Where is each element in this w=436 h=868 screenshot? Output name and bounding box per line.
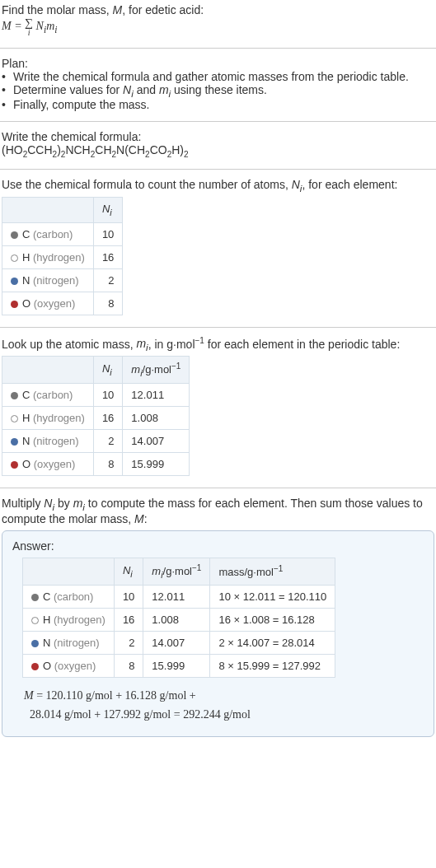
nitrogen-dot-icon: [11, 438, 18, 446]
table-row: C (carbon) 10: [2, 222, 123, 245]
answer-table: Ni mi/g·mol−1 mass/g·mol−1 C (carbon) 10…: [22, 558, 335, 678]
plan-item: •Determine values for Ni and mi using th…: [2, 83, 434, 99]
nitrogen-dot-icon: [11, 278, 18, 285]
plan-item: •Write the chemical formula and gather a…: [2, 70, 434, 83]
col-element: [23, 558, 115, 585]
plan-item: •Finally, compute the mass.: [2, 98, 434, 111]
nitrogen-dot-icon: [31, 640, 39, 647]
oxygen-dot-icon: [31, 663, 39, 670]
table-row: N (nitrogen) 2 14.007: [2, 429, 190, 452]
chem-formula-heading: Write the chemical formula:: [2, 130, 434, 143]
table-row: O (oxygen) 8 15.999: [2, 452, 190, 475]
count-heading: Use the chemical formula to count the nu…: [2, 178, 434, 194]
table-row: N (nitrogen) 2: [2, 268, 123, 292]
separator: [0, 48, 436, 49]
intro-block: Find the molar mass, M, for edetic acid:…: [0, 0, 436, 43]
col-mi: mi/g·mol−1: [123, 357, 190, 384]
col-ni: Ni: [114, 558, 143, 585]
table-row: C (carbon) 10 12.011: [2, 383, 190, 406]
table-row: H (hydrogen) 16: [2, 245, 123, 268]
separator: [0, 121, 436, 122]
answer-label: Answer:: [12, 539, 424, 553]
oxygen-dot-icon: [11, 461, 18, 469]
carbon-dot-icon: [11, 231, 18, 239]
table-row: O (oxygen) 8 15.999 8 × 15.999 = 127.992: [23, 654, 335, 677]
intro-formula: M = ∑ i Nimi: [2, 18, 434, 36]
atomic-mass-block: Look up the atomic mass, mi, in g·mol−1 …: [0, 333, 436, 483]
col-ni: Ni: [93, 357, 122, 384]
table-row: C (carbon) 10 12.011 10 × 12.011 = 120.1…: [23, 585, 335, 608]
hydrogen-dot-icon: [11, 415, 18, 422]
table-row: N (nitrogen) 2 14.007 2 × 14.007 = 28.01…: [23, 631, 335, 654]
col-element: [2, 197, 94, 222]
table-row: O (oxygen) 8: [2, 292, 123, 315]
col-ni: Ni: [93, 197, 122, 222]
col-element: [2, 357, 94, 384]
count-atoms-block: Use the chemical formula to count the nu…: [0, 175, 436, 321]
hydrogen-dot-icon: [31, 617, 39, 624]
answer-box: Answer: Ni mi/g·mol−1 mass/g·mol−1 C (ca…: [2, 530, 434, 738]
intro-line: Find the molar mass, M, for edetic acid:: [2, 3, 434, 16]
col-mass: mass/g·mol−1: [210, 558, 335, 585]
final-result: M = 120.110 g/mol + 16.128 g/mol + 28.01…: [24, 686, 424, 726]
plan-heading: Plan:: [2, 57, 434, 70]
multiply-heading: Multiply Ni by mi to compute the mass fo…: [2, 497, 434, 525]
atom-count-table: Ni C (carbon) 10 H (hydrogen) 16 N (nitr…: [2, 197, 123, 315]
table-row: H (hydrogen) 16 1.008 16 × 1.008 = 16.12…: [23, 608, 335, 631]
chem-formula-block: Write the chemical formula: (HO2CCH2)2NC…: [0, 127, 436, 164]
atomic-mass-table: Ni mi/g·mol−1 C (carbon) 10 12.011 H (hy…: [2, 356, 190, 476]
multiply-block: Multiply Ni by mi to compute the mass fo…: [0, 493, 436, 742]
carbon-dot-icon: [11, 392, 18, 399]
plan-block: Plan: •Write the chemical formula and ga…: [0, 54, 436, 117]
oxygen-dot-icon: [11, 301, 18, 308]
mass-heading: Look up the atomic mass, mi, in g·mol−1 …: [2, 336, 434, 352]
chem-formula-value: (HO2CCH2)2NCH2CH2N(CH2CO2H)2: [2, 143, 434, 159]
hydrogen-dot-icon: [11, 254, 18, 262]
carbon-dot-icon: [31, 594, 39, 601]
separator: [0, 169, 436, 170]
table-row: H (hydrogen) 16 1.008: [2, 406, 190, 429]
col-mi: mi/g·mol−1: [143, 558, 210, 585]
separator: [0, 488, 436, 488]
separator: [0, 327, 436, 328]
